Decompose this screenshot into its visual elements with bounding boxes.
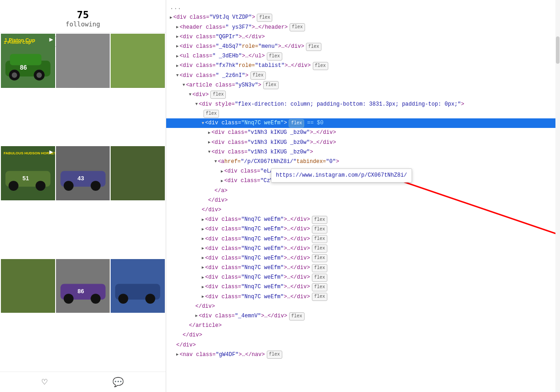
play-icon-0: ▶ <box>49 36 53 43</box>
tree-line-6[interactable]: ▼ <div class=" _2z6nI"> flex <box>166 71 560 81</box>
close-div-col: </div> <box>166 302 560 311</box>
nnq7c-4[interactable]: ▶ <div class="Nnq7C weEfm">…</div> flex <box>166 244 560 254</box>
images-grid: ▶ 1 Piston Cup 86 <box>0 33 166 372</box>
tree-line-5[interactable]: ▶ <div class="fx7hk" role="tablist">…</d… <box>166 61 560 71</box>
dots-line: ... <box>166 2 560 13</box>
grid-cell-4[interactable]: 43 <box>56 146 110 200</box>
tree-line-v1nh3-2[interactable]: ▶ <div class="v1Nh3 kIKUG _bz0w">…</div> <box>166 138 560 148</box>
close-div-1: </div> <box>166 341 560 350</box>
equals-sign: == $0 <box>307 119 323 127</box>
tree-line-0[interactable]: ▶ <div class="V9tJq VtZDP"> flex <box>166 13 560 22</box>
svg-text:1 Piston Cup: 1 Piston Cup <box>4 40 31 45</box>
tree-line-7[interactable]: ▼ <article class="ySN3v"> flex <box>166 81 560 90</box>
svg-point-14 <box>9 181 19 191</box>
tree-line-9[interactable]: ▼ <div style="flex-direction: column; pa… <box>166 100 560 109</box>
svg-point-19 <box>63 181 73 191</box>
svg-rect-10 <box>111 34 165 88</box>
grid-cell-3[interactable]: ▶ FABULOUS HUDSON HORNET 51 <box>1 146 55 200</box>
nnq7c-7[interactable]: ▶ <div class="Nnq7C weEfm">…</div> flex <box>166 273 560 282</box>
grid-cell-8[interactable] <box>111 259 165 313</box>
bottom-icons-bar: ♡ 💬 <box>0 372 166 392</box>
following-count: 75 <box>77 9 89 20</box>
tree-line-anchor[interactable]: ▼ <a href="/p/CX067tNhZ8i/" tabindex="0"… <box>166 157 560 167</box>
tree-line-2[interactable]: ▶ <div class="QGPIr">…</div> <box>166 32 560 42</box>
svg-point-20 <box>91 181 101 191</box>
tree-line-flex-badge: flex <box>166 109 560 118</box>
nnq7c-2[interactable]: ▶ <div class="Nnq7C weEfm">…</div> flex <box>166 224 560 234</box>
tree-line-close-nnq7c: </div> <box>166 205 560 215</box>
following-section: 75 following <box>0 0 166 33</box>
devtools-tree: ... ▶ <div class="V9tJq VtZDP"> flex ▶ <… <box>166 0 560 361</box>
svg-point-5 <box>12 72 17 78</box>
grid-cell-1[interactable] <box>56 34 110 88</box>
grid-cell-6[interactable] <box>1 259 55 313</box>
svg-point-7 <box>36 72 42 78</box>
tree-line-4[interactable]: ▶ <ul class=" _3dEHb">…</ul> flex <box>166 51 560 61</box>
grid-cell-7[interactable]: 86 <box>56 259 110 313</box>
tree-line-highlighted[interactable]: ▼ <div class="Nnq7C weEfm"> flex == $0 <box>166 118 560 128</box>
close-article: </article> <box>166 321 560 331</box>
svg-point-31 <box>118 294 128 304</box>
nnq7c-5[interactable]: ▶ <div class="Nnq7C weEfm">…</div> flex <box>166 254 560 263</box>
svg-text:86: 86 <box>77 288 84 295</box>
tree-line-v1nh3-3[interactable]: ▼ <div class="v1Nh3 kIKUG _bz0w"> <box>166 148 560 157</box>
grid-cell-5[interactable] <box>111 146 165 200</box>
svg-rect-23 <box>1 259 55 313</box>
scrollbar-thumb[interactable] <box>556 36 560 64</box>
tree-line-close-anchor: </a> <box>166 186 560 196</box>
svg-point-32 <box>145 294 155 304</box>
tree-line-1[interactable]: ▶ <header class=" ys3F7">…</header> flex <box>166 23 560 32</box>
grid-cell-0[interactable]: ▶ 1 Piston Cup 86 <box>1 34 55 88</box>
message-icon[interactable]: 💬 <box>112 377 124 387</box>
svg-rect-22 <box>111 146 165 200</box>
svg-point-27 <box>91 294 101 304</box>
nnq7c-8[interactable]: ▶ <div class="Nnq7C weEfm">…</div> flex <box>166 282 560 292</box>
badge-flex: flex <box>257 14 272 22</box>
svg-point-26 <box>63 294 73 304</box>
tree-line-8[interactable]: ▼ <div> flex <box>166 90 560 100</box>
triangle-0[interactable]: ▶ <box>170 15 172 21</box>
svg-text:51: 51 <box>22 175 29 182</box>
grid-cell-2[interactable] <box>111 34 165 88</box>
tree-line-v1nh3-1[interactable]: ▶ <div class="v1Nh3 kIKUG _bz0w">…</div> <box>166 128 560 137</box>
play-icon-3: ▶ <box>49 148 53 155</box>
svg-text:FABULOUS HUDSON HORNET: FABULOUS HUDSON HORNET <box>4 151 55 155</box>
nnq7c-6[interactable]: ▶ <div class="Nnq7C weEfm">…</div> flex <box>166 263 560 273</box>
devtools-panel[interactable]: ... ▶ <div class="V9tJq VtZDP"> flex ▶ <… <box>166 0 560 392</box>
left-panel: 75 following a 239.46 × 239.46 ▶ 1 Pisto… <box>0 0 166 392</box>
following-label: following <box>66 20 100 28</box>
url-popup: https://www.instagram.com/p/CX067tNhZ8i/ <box>271 168 412 183</box>
svg-point-15 <box>36 181 46 191</box>
tree-line-3[interactable]: ▶ <div class="_4bSq7" role="menu">…</div… <box>166 42 560 51</box>
heart-icon[interactable]: ♡ <box>42 377 47 387</box>
tree-line-nav[interactable]: ▶ <nav class="gW4DF">…</nav> flex <box>166 350 560 360</box>
svg-text:43: 43 <box>77 175 84 182</box>
tree-line-4emnv[interactable]: ▶ <div class="_4emnV">…</div> flex <box>166 311 560 321</box>
nnq7c-3[interactable]: ▶ <div class="Nnq7C weEfm">…</div> flex <box>166 234 560 244</box>
nnq7c-1[interactable]: ▶ <div class="Nnq7C weEfm">…</div> flex <box>166 215 560 224</box>
badge-flex-1: flex <box>290 23 305 31</box>
svg-rect-9 <box>56 34 110 88</box>
nnq7c-9[interactable]: ▶ <div class="Nnq7C weEfm">…</div> flex <box>166 292 560 302</box>
svg-text:86: 86 <box>20 64 27 71</box>
close-div-2: </div> <box>166 331 560 340</box>
tree-line-close-v1nh3: </div> <box>166 196 560 205</box>
scrollbar[interactable] <box>555 0 560 392</box>
